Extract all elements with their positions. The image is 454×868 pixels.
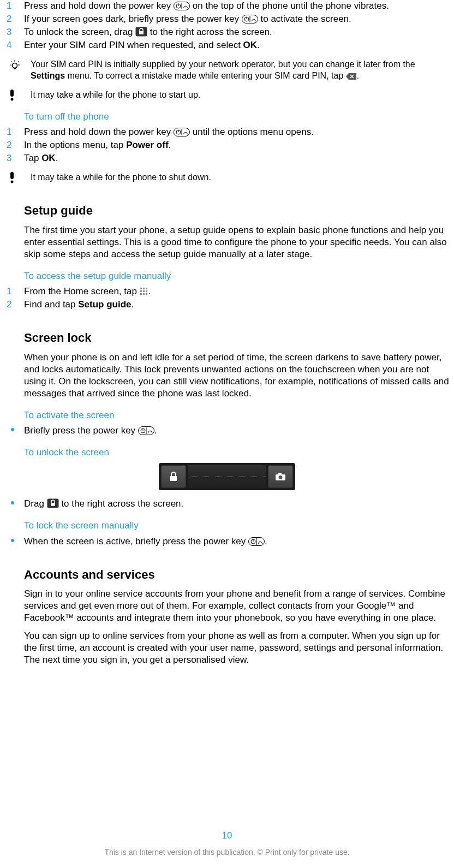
warning-note: It may take a while for the phone to sta… (4, 90, 450, 101)
tip-text-3: . (357, 71, 359, 80)
step-number: 2 (7, 299, 11, 311)
svg-rect-27 (140, 288, 142, 289)
lock-drag-icon (135, 27, 147, 37)
accounts-paragraph-1: Sign in to your online service accounts … (24, 588, 450, 624)
bullet-icon (11, 539, 14, 542)
backspace-icon (346, 73, 357, 80)
svg-rect-40 (170, 476, 177, 481)
power-key-icon (174, 128, 190, 136)
bullet-item: Briefly press the power key . (4, 425, 450, 437)
bullet-text: Drag (24, 498, 47, 509)
turnoff-steps: 1 Press and hold down the power key unti… (4, 126, 450, 164)
tip-text-2: menu. To correct a mistake made while en… (65, 71, 346, 80)
heading-unlock-screen: To unlock the screen (24, 447, 450, 459)
svg-rect-35 (146, 293, 147, 295)
step-2: 2 In the options menu, tap Power off. (4, 139, 450, 151)
svg-rect-31 (143, 290, 145, 292)
svg-point-26 (11, 181, 14, 183)
lock-track (188, 465, 266, 488)
tip-icon (10, 59, 20, 73)
svg-line-15 (11, 61, 12, 62)
footer-text: This is an Internet version of this publ… (0, 847, 454, 857)
svg-line-16 (17, 61, 19, 62)
accounts-paragraph-2: You can sign up to online services from … (24, 630, 450, 666)
heading-activate-screen: To activate the screen (24, 409, 450, 421)
setup-access-steps: 1 From the Home screen, tap . 2 Find and… (4, 286, 450, 311)
step-text: Find and tap (24, 299, 78, 310)
lock-drag-icon (47, 498, 59, 508)
step-number: 3 (7, 26, 11, 38)
step-text: In the options menu, tap (24, 140, 126, 150)
svg-rect-34 (143, 293, 145, 295)
power-key-icon (242, 15, 258, 23)
step-text-2: until the options menu opens. (193, 127, 314, 137)
warning-note: It may take a while for the phone to shu… (4, 172, 450, 183)
heading-accounts: Accounts and services (24, 567, 450, 583)
lock-slider-illustration (159, 463, 295, 490)
step-3: 3 Tap OK. (4, 152, 450, 164)
step-text: Press and hold down the power key (24, 1, 174, 11)
step-text: If your screen goes dark, briefly press … (24, 14, 242, 24)
svg-rect-33 (140, 293, 142, 295)
step-4: 4 Enter your SIM card PIN when requested… (4, 39, 450, 51)
screenlock-paragraph: When your phone is on and left idle for … (24, 352, 450, 400)
svg-rect-9 (139, 31, 144, 34)
startup-steps: 1 Press and hold down the power key on t… (4, 0, 450, 51)
step-text: From the Home screen, tap (24, 286, 140, 296)
setup-paragraph: The first time you start your phone, a s… (24, 224, 450, 260)
warning-text: It may take a while for the phone to shu… (31, 173, 211, 182)
step-text-2: . (132, 299, 134, 310)
step-number: 4 (7, 39, 11, 51)
bullet-text-2: . (265, 536, 267, 546)
step-text-2: . (148, 286, 151, 296)
svg-rect-32 (146, 290, 147, 292)
ok-label: OK (41, 153, 56, 163)
ok-label: OK (243, 40, 258, 50)
svg-rect-11 (14, 68, 16, 69)
step-number: 1 (7, 126, 11, 138)
svg-point-20 (11, 98, 14, 100)
svg-rect-25 (10, 172, 14, 179)
svg-point-10 (13, 63, 17, 68)
step-text: Press and hold down the power key (24, 127, 174, 137)
svg-rect-42 (278, 473, 282, 475)
poweroff-label: Power off (126, 140, 168, 150)
tip-text: Your SIM card PIN is initially supplied … (31, 60, 415, 69)
setup-guide-label: Setup guide (78, 299, 131, 310)
heading-setup-guide: Setup guide (24, 203, 450, 219)
warning-icon (10, 172, 14, 186)
lock-slot-icon (161, 465, 186, 488)
svg-point-43 (279, 475, 283, 479)
step-text-2: . (56, 153, 58, 163)
bullet-item: When the screen is active, briefly press… (4, 536, 450, 548)
step-number: 3 (7, 152, 11, 164)
step-text: Tap (24, 153, 41, 163)
step-number: 2 (7, 13, 11, 25)
bullet-text: Briefly press the power key (24, 425, 138, 436)
step-text-2: to activate the screen. (260, 14, 351, 24)
power-key-icon (138, 426, 154, 435)
step-text-2: on the top of the phone until the phone … (193, 1, 389, 11)
step-text: To unlock the screen, drag (24, 27, 135, 37)
heading-access-setup: To access the setup guide manually (24, 270, 450, 282)
step-text-2: . (169, 140, 171, 150)
svg-rect-19 (10, 90, 14, 97)
heading-screen-lock: Screen lock (24, 330, 450, 346)
bullet-text-2: . (154, 425, 157, 436)
settings-label: Settings (31, 71, 65, 80)
step-number: 1 (7, 286, 11, 298)
step-1: 1 Press and hold down the power key unti… (4, 126, 450, 138)
tip-note: Your SIM card PIN is initially supplied … (4, 59, 450, 82)
heading-lock-manually: To lock the screen manually (24, 520, 450, 532)
step-2: 2 If your screen goes dark, briefly pres… (4, 13, 450, 25)
apps-grid-icon (140, 287, 148, 296)
warning-text: It may take a while for the phone to sta… (31, 90, 200, 99)
svg-rect-30 (140, 290, 142, 292)
bullet-icon (11, 428, 14, 431)
warning-icon (10, 90, 14, 104)
svg-rect-29 (146, 288, 147, 289)
svg-rect-45 (51, 503, 55, 506)
page-number: 10 (0, 830, 454, 842)
step-text-2: to the right across the screen. (150, 27, 272, 37)
step-number: 2 (7, 139, 11, 151)
